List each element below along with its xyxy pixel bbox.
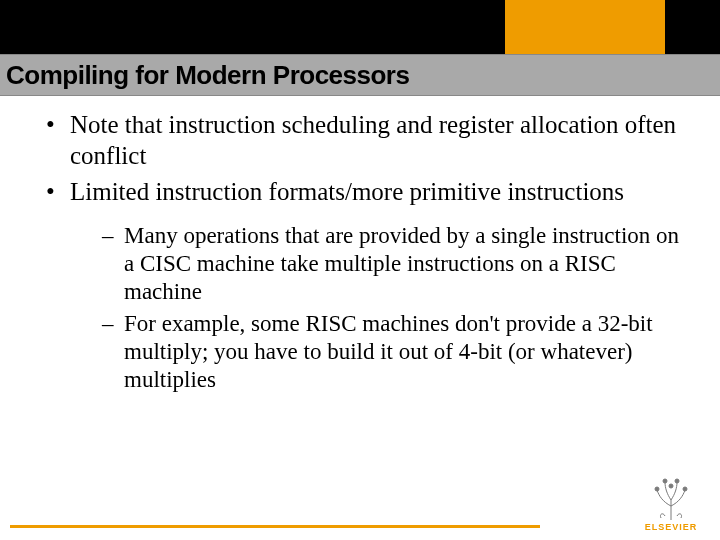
list-item: Many operations that are provided by a s… (100, 222, 680, 306)
bullet-list: Note that instruction scheduling and reg… (40, 110, 680, 394)
slide-title: Compiling for Modern Processors (0, 60, 409, 91)
slide-content: Note that instruction scheduling and reg… (40, 110, 680, 400)
tree-icon (643, 476, 699, 520)
svg-point-4 (669, 484, 673, 488)
bullet-text: Limited instruction formats/more primiti… (70, 178, 624, 205)
publisher-name: ELSEVIER (640, 522, 702, 532)
svg-point-2 (663, 479, 667, 483)
title-bar: Compiling for Modern Processors (0, 54, 720, 96)
sub-bullet-list: Many operations that are provided by a s… (70, 222, 680, 394)
svg-point-1 (683, 487, 687, 491)
bullet-text: Note that instruction scheduling and reg… (70, 111, 676, 169)
list-item: Note that instruction scheduling and reg… (40, 110, 680, 171)
list-item: Limited instruction formats/more primiti… (40, 177, 680, 394)
svg-point-3 (675, 479, 679, 483)
list-item: For example, some RISC machines don't pr… (100, 310, 680, 394)
publisher-logo: ELSEVIER (640, 476, 702, 532)
header-orange-accent (505, 0, 665, 54)
svg-point-0 (655, 487, 659, 491)
sub-bullet-text: For example, some RISC machines don't pr… (124, 311, 653, 392)
sub-bullet-text: Many operations that are provided by a s… (124, 223, 679, 304)
footer-accent-line (10, 525, 540, 528)
